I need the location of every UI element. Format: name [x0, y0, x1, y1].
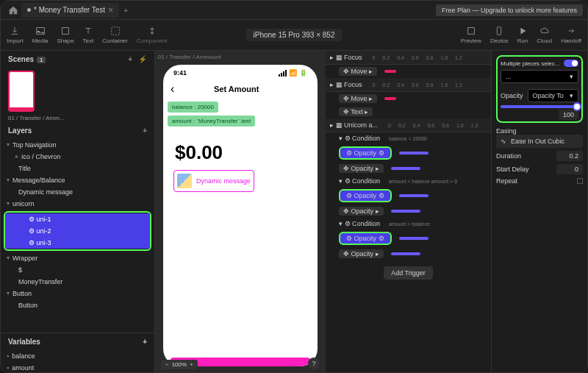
layer-item[interactable]: MoneyTransfer — [1, 276, 154, 288]
timeline-group[interactable]: ▸ ▦ Focus00.20.40.60.81.01.2 — [326, 78, 491, 92]
delay-input[interactable]: 0 — [556, 164, 583, 174]
media-tool[interactable]: Media — [32, 26, 49, 44]
timeline-row[interactable]: ⚙ Opacity ⚙ — [326, 144, 491, 162]
timeline-row[interactable]: ▾ ⚙ Conditionamount < balance amount > 0 — [326, 175, 491, 187]
tab-title: * Money Transfer Test — [34, 6, 105, 14]
layer-item[interactable]: Button — [1, 299, 154, 311]
image-placeholder-icon — [177, 174, 192, 188]
toggle[interactable] — [564, 60, 578, 67]
add-trigger-button[interactable]: Add Trigger — [384, 266, 433, 280]
phone-preview: 9:41 📶 🔋 ‹Set Amount balance : 20000 amo… — [163, 65, 318, 366]
timeline-row[interactable]: ⚙ Opacity ⚙ — [326, 187, 491, 205]
layer-item[interactable]: Dynamic message — [1, 186, 154, 198]
layers-tree[interactable]: ▾ Top Navigation▸ Ico / Chevron Title▾ M… — [1, 139, 154, 333]
variables-header: Variables+ — [1, 333, 154, 350]
repeat-label: Repeat — [496, 177, 517, 185]
dynamic-message: Dynamic message — [173, 170, 254, 192]
repeat-checkbox[interactable] — [577, 178, 583, 184]
opacity-slider[interactable] — [501, 105, 578, 108]
layer-item[interactable]: ▾ Wrapper — [1, 252, 154, 264]
svg-rect-4 — [498, 27, 501, 35]
add-layer-icon[interactable]: + — [143, 127, 147, 135]
timeline-group[interactable]: ▸ ▦ Unicorn a...00.20.40.60.81.01.2 — [326, 118, 491, 132]
selection-label: Multiple pieces selec... — [501, 60, 559, 67]
layer-item[interactable]: Title — [1, 163, 154, 174]
variable-item[interactable]: ▪ balance — [1, 350, 154, 362]
delay-label: Start Delay — [496, 166, 529, 173]
layer-item-selected[interactable]: ⚙ uni-1 — [5, 213, 150, 225]
run-tool[interactable]: Run — [517, 26, 528, 44]
selection-dropdown[interactable]: ...▾ — [501, 70, 578, 83]
layer-item[interactable]: ▾ Message/Balance — [1, 174, 154, 186]
home-icon[interactable] — [8, 5, 18, 15]
svg-rect-2 — [111, 27, 119, 35]
cloud-tool[interactable]: Cloud — [537, 26, 552, 44]
device-menu[interactable]: Device — [490, 26, 508, 44]
layer-item-selected[interactable]: ⚙ uni-2 — [5, 225, 150, 237]
scenes-header: Scenes1 +⚡ — [1, 51, 154, 68]
help-button[interactable]: ? — [308, 358, 320, 369]
zoom-control[interactable]: −100%+ — [161, 360, 198, 369]
canvas[interactable]: 01 / Transfer / Ammount 9:41 📶 🔋 ‹Set Am… — [155, 51, 326, 373]
close-icon[interactable]: × — [108, 5, 113, 15]
amount-display: $0.00 — [163, 128, 318, 167]
layer-item[interactable]: ▾ unicorn — [1, 198, 154, 210]
new-tab-button[interactable]: + — [123, 6, 128, 15]
upgrade-banner[interactable]: Free Plan — Upgrade to unlock more featu… — [436, 4, 583, 16]
shape-tool[interactable]: Shape — [57, 26, 74, 44]
variable-item[interactable]: ▪ amount — [1, 362, 154, 373]
layer-item[interactable]: ▾ Button — [1, 288, 154, 299]
timeline-row[interactable]: ✥ Move ▸ — [326, 92, 491, 105]
timeline-panel[interactable]: ▸ ▦ Focus00.20.40.60.81.01.2✥ Move ▸▸ ▦ … — [326, 51, 492, 373]
timeline-row[interactable]: ✥ Opacity ▸ — [326, 247, 491, 260]
layer-item-selected[interactable]: ⚙ uni-3 — [5, 237, 150, 249]
timeline-row[interactable]: ▾ ⚙ Conditionbalance = 20000 — [326, 132, 491, 144]
balance-tag: balance : 20000 — [168, 102, 218, 113]
timeline-row[interactable]: ▾ ⚙ Conditionamount > balance — [326, 218, 491, 230]
handoff-tool[interactable]: Handoff — [561, 26, 581, 44]
easing-label: Easing — [496, 127, 583, 135]
timeline-row[interactable]: ✥ Text ▸ — [326, 105, 491, 118]
timeline-row[interactable]: ✥ Opacity ▸ — [326, 162, 491, 175]
opacity-mode-dropdown[interactable]: Opacity To▾ — [528, 89, 578, 102]
curve-icon: ∿ — [501, 138, 506, 145]
inspector-panel: Multiple pieces selec... ...▾ OpacityOpa… — [492, 51, 587, 373]
opacity-value[interactable]: 100 — [559, 110, 578, 120]
layers-header: Layers+ — [1, 122, 154, 139]
duration-label: Duration — [496, 152, 521, 160]
add-variable-icon[interactable]: + — [143, 338, 147, 346]
preview-tool[interactable]: Preview — [461, 26, 481, 44]
device-selector[interactable]: iPhone 15 Pro 393 × 852 — [246, 29, 343, 41]
svg-rect-1 — [62, 28, 69, 35]
easing-selector[interactable]: ∿Ease In Out Cubic — [496, 135, 583, 148]
breadcrumb: 01 / Transfer / Ammount — [155, 51, 223, 63]
add-scene-icon[interactable]: + — [128, 55, 132, 63]
duration-input[interactable]: 0.2 — [556, 151, 583, 161]
scene-label: 01 / Transfer / Amm... — [1, 115, 154, 122]
screen-title: Set Amount — [163, 85, 310, 93]
svg-rect-3 — [467, 28, 474, 35]
component-tool[interactable]: Component — [137, 26, 167, 44]
scene-thumbnail[interactable] — [8, 71, 35, 112]
import-tool[interactable]: Import — [7, 26, 24, 44]
bolt-icon[interactable]: ⚡ — [138, 55, 147, 63]
text-tool[interactable]: Text — [83, 26, 94, 44]
timeline-row[interactable]: ✥ Opacity ▸ — [326, 205, 491, 218]
file-tab[interactable]: * Money Transfer Test × — [21, 3, 119, 18]
layer-item[interactable]: ▸ Ico / Chevron — [1, 151, 154, 163]
amount-tag: amount : `MoneyTransfer`.text — [168, 116, 255, 127]
timeline-row[interactable]: ⚙ Opacity ⚙ — [326, 230, 491, 247]
layer-item[interactable]: $ — [1, 264, 154, 276]
timeline-group[interactable]: ▸ ▦ Focus00.20.40.60.81.01.2 — [326, 51, 491, 65]
timeline-row[interactable]: ✥ Move ▸ — [326, 65, 491, 78]
layer-item[interactable]: ▾ Top Navigation — [1, 139, 154, 151]
container-tool[interactable]: Container — [102, 26, 128, 44]
